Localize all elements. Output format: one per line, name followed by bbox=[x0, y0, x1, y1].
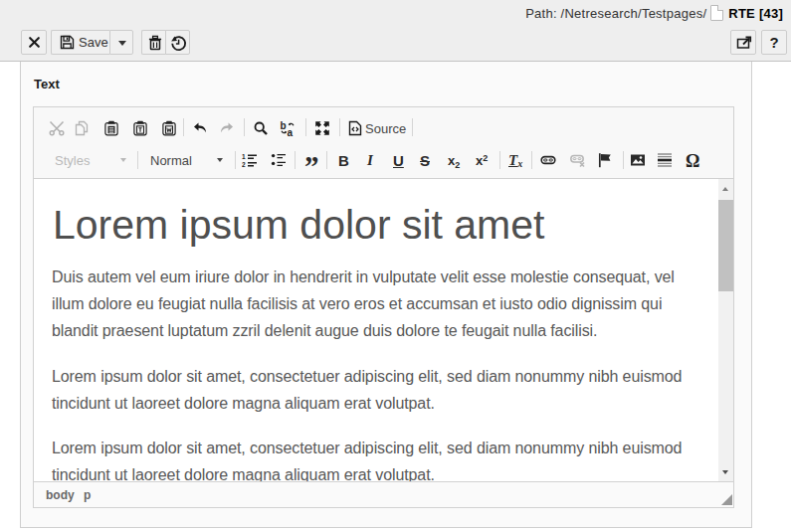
svg-text:1: 1 bbox=[242, 153, 246, 160]
svg-text:b: b bbox=[281, 120, 287, 131]
svg-text:a: a bbox=[288, 127, 294, 137]
svg-text:2: 2 bbox=[242, 161, 246, 168]
